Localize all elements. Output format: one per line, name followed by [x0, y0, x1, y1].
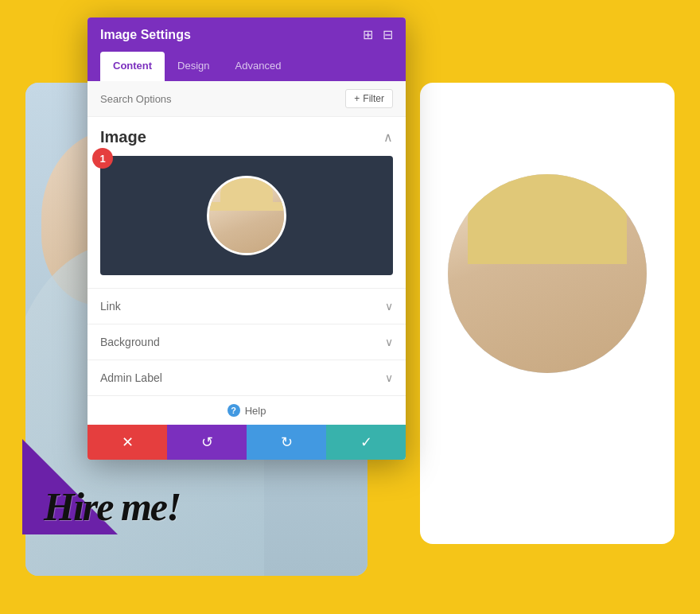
- right-face: [448, 174, 647, 373]
- help-link[interactable]: ? Help: [100, 404, 393, 417]
- help-text: Help: [245, 405, 266, 417]
- image-section-title: Image: [100, 128, 146, 146]
- admin-label-accordion[interactable]: Admin Label ∨: [88, 359, 406, 395]
- panel-header-icons: ⊞ ⊟: [363, 27, 393, 42]
- image-section-toggle[interactable]: ∧: [383, 130, 393, 145]
- expand-icon[interactable]: ⊞: [363, 27, 373, 42]
- image-section-header: Image ∧: [88, 117, 406, 153]
- redo-button[interactable]: ↻: [247, 425, 326, 460]
- preview-person-art: [209, 178, 284, 253]
- settings-panel: Image Settings ⊞ ⊟ Content Design Advanc…: [88, 17, 406, 460]
- redo-icon: ↻: [281, 433, 293, 451]
- filter-label: Filter: [363, 93, 384, 104]
- filter-button[interactable]: + Filter: [345, 89, 393, 108]
- tab-design[interactable]: Design: [165, 52, 222, 81]
- hire-me-text: Hire me!: [44, 484, 180, 530]
- image-preview-area[interactable]: 1: [100, 156, 393, 275]
- panel-body: Image ∧ 1 Link ∨ Background ∨ Admin Labe…: [88, 117, 406, 425]
- admin-label-chevron-icon: ∨: [385, 371, 393, 384]
- link-chevron-icon: ∨: [385, 300, 393, 313]
- columns-icon[interactable]: ⊟: [383, 27, 393, 42]
- save-icon: ✓: [360, 433, 372, 451]
- undo-button[interactable]: ↺: [167, 425, 247, 460]
- action-buttons-bar: ✕ ↺ ↻ ✓: [88, 425, 406, 460]
- panel-search-bar: + Filter: [88, 81, 406, 117]
- right-face-hair: [468, 174, 627, 264]
- link-accordion[interactable]: Link ∨: [88, 288, 406, 324]
- filter-plus-icon: +: [354, 93, 360, 104]
- save-button[interactable]: ✓: [326, 425, 406, 460]
- badge-1: 1: [92, 148, 113, 169]
- background-chevron-icon: ∨: [385, 336, 393, 348]
- preview-hair: [220, 178, 273, 208]
- right-background-card: [420, 83, 675, 544]
- background-label: Background: [100, 336, 160, 348]
- background-accordion[interactable]: Background ∨: [88, 324, 406, 359]
- panel-title: Image Settings: [100, 28, 191, 42]
- admin-label-text: Admin Label: [100, 371, 162, 384]
- link-label: Link: [100, 300, 121, 313]
- help-section: ? Help: [88, 395, 406, 425]
- help-icon: ?: [228, 404, 240, 417]
- undo-icon: ↺: [201, 433, 213, 451]
- right-circle-photo: [448, 174, 647, 373]
- tab-content[interactable]: Content: [100, 52, 165, 81]
- panel-tabs: Content Design Advanced: [88, 52, 406, 81]
- tab-advanced[interactable]: Advanced: [223, 52, 294, 81]
- panel-header: Image Settings ⊞ ⊟: [88, 17, 406, 52]
- preview-circle-image: [207, 176, 286, 255]
- search-input[interactable]: [100, 93, 345, 105]
- cancel-icon: ✕: [122, 433, 134, 451]
- cancel-button[interactable]: ✕: [88, 425, 167, 460]
